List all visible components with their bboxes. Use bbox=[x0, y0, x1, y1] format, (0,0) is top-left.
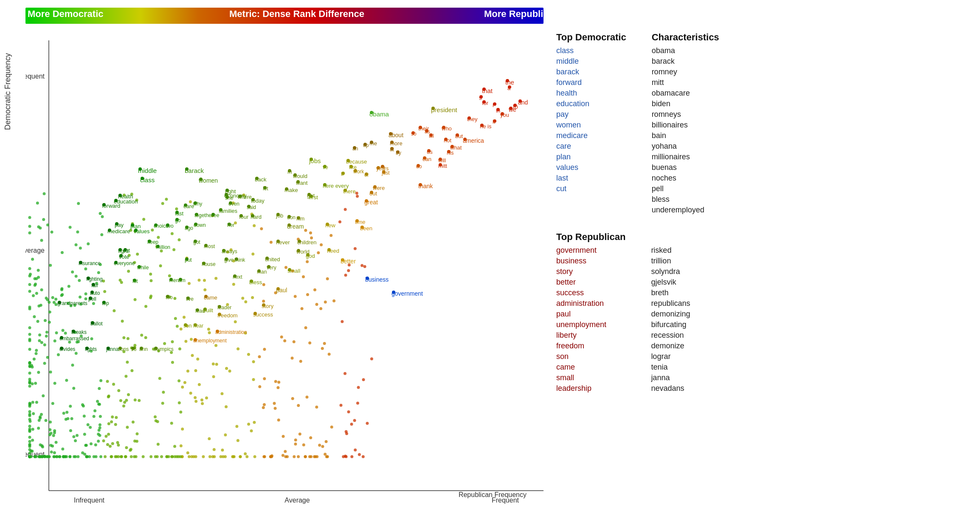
rep-chars-list: riskedtrillionsolyndragjelsvikbrethrepub… bbox=[651, 246, 718, 393]
rep-word-item: came bbox=[556, 363, 625, 372]
dem-char-item: biden bbox=[652, 99, 719, 108]
legend-panel: Top Democratic classmiddlebarackforwardh… bbox=[556, 32, 972, 393]
rep-char-item: solyndra bbox=[651, 267, 718, 276]
dem-char-item: obamacare bbox=[652, 89, 719, 98]
rep-word-item: story bbox=[556, 267, 625, 276]
rep-word-item: leadership bbox=[556, 384, 625, 393]
rep-char-item: bifurcating bbox=[651, 320, 718, 329]
dem-words-list: classmiddlebarackforwardhealtheducationp… bbox=[556, 46, 626, 193]
dem-word-item: cut bbox=[556, 184, 626, 193]
rep-char-item: nevadans bbox=[651, 384, 718, 393]
rep-char-item: risked bbox=[651, 246, 718, 255]
rep-char-item: republicans bbox=[651, 299, 718, 308]
rep-word-item: better bbox=[556, 278, 625, 287]
dem-word-item: forward bbox=[556, 78, 626, 87]
rep-word-item: son bbox=[556, 352, 625, 361]
dem-char-item: millionaires bbox=[652, 153, 719, 161]
dem-char-item: romney bbox=[652, 68, 719, 76]
dem-char-item: obama bbox=[652, 46, 719, 55]
dem-chars-list: obamabarackromneymittobamacarebidenromne… bbox=[652, 46, 719, 215]
gradient-label-left: More Democratic bbox=[28, 8, 104, 20]
rep-char-item: tenia bbox=[651, 363, 718, 372]
y-axis-title: Democratic Frequency bbox=[3, 32, 12, 151]
rep-word-item: business bbox=[556, 257, 625, 266]
scatter-chart bbox=[25, 32, 544, 491]
dem-word-item: values bbox=[556, 163, 626, 172]
rep-word-item: government bbox=[556, 246, 625, 255]
rep-char-item: breth bbox=[651, 288, 718, 297]
dem-word-item: medicare bbox=[556, 131, 626, 140]
dem-word-item: pay bbox=[556, 110, 626, 119]
dem-word-item: middle bbox=[556, 57, 626, 66]
dem-char-item: billionaires bbox=[652, 121, 719, 130]
dem-word-item: care bbox=[556, 142, 626, 151]
rep-word-item: small bbox=[556, 373, 625, 382]
rep-legend-title: Top Republican bbox=[556, 232, 625, 243]
rep-char-item: trillion bbox=[651, 257, 718, 266]
dem-char-item: noches bbox=[652, 174, 719, 183]
dem-char-item: bless bbox=[652, 195, 719, 204]
rep-char-item: demonizing bbox=[651, 310, 718, 319]
dem-char-item: pell bbox=[652, 184, 719, 193]
dem-char-item: bain bbox=[652, 131, 719, 140]
dem-char-item: mitt bbox=[652, 78, 719, 87]
dem-char-item: romneys bbox=[652, 110, 719, 119]
dem-legend-title: Top Democratic bbox=[556, 32, 626, 43]
rep-word-item: success bbox=[556, 288, 625, 297]
gradient-label-center: Metric: Dense Rank Difference bbox=[229, 8, 364, 20]
dem-word-item: women bbox=[556, 121, 626, 130]
gradient-label-right: More Republican bbox=[484, 8, 559, 20]
dem-char-item: underemployed bbox=[652, 206, 719, 215]
dem-word-item: class bbox=[556, 46, 626, 55]
svg-text:Infrequent: Infrequent bbox=[74, 497, 105, 504]
dem-word-item: health bbox=[556, 89, 626, 98]
rep-char-item: recession bbox=[651, 331, 718, 340]
rep-word-item: liberty bbox=[556, 331, 625, 340]
rep-word-item: unemployment bbox=[556, 320, 625, 329]
svg-text:Republican Frequency: Republican Frequency bbox=[459, 491, 527, 498]
dem-char-item: yohana bbox=[652, 142, 719, 151]
rep-word-item: administration bbox=[556, 299, 625, 308]
rep-words-list: governmentbusinessstorybettersuccessadmi… bbox=[556, 246, 625, 393]
dem-word-item: barack bbox=[556, 68, 626, 76]
dem-word-item: plan bbox=[556, 153, 626, 161]
rep-char-item: janna bbox=[651, 373, 718, 382]
dem-word-item: education bbox=[556, 99, 626, 108]
rep-char-item: gjelsvik bbox=[651, 278, 718, 287]
dem-char-item: barack bbox=[652, 57, 719, 66]
rep-word-item: paul bbox=[556, 310, 625, 319]
dem-char-title: Characteristics bbox=[652, 32, 719, 43]
dem-word-item: last bbox=[556, 174, 626, 183]
svg-text:Average: Average bbox=[284, 497, 310, 504]
svg-text:Frequent: Frequent bbox=[492, 497, 519, 504]
dem-char-item: buenas bbox=[652, 163, 719, 172]
rep-char-item: demonize bbox=[651, 342, 718, 350]
rep-word-item: freedom bbox=[556, 342, 625, 350]
rep-char-item: lograr bbox=[651, 352, 718, 361]
